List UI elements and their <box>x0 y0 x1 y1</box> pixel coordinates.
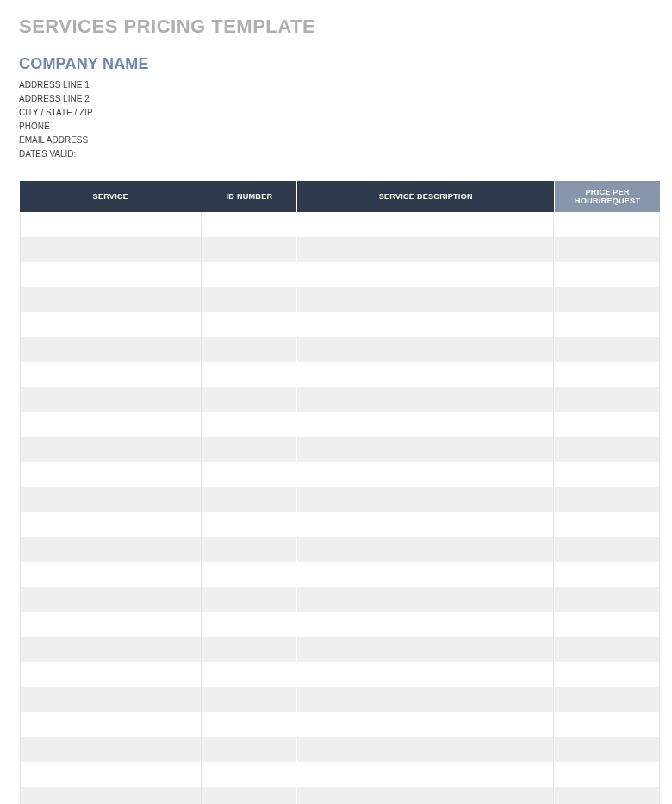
cell-price[interactable] <box>555 437 660 462</box>
cell-price[interactable] <box>555 712 660 737</box>
cell-service[interactable] <box>20 637 202 662</box>
cell-id-number[interactable] <box>202 762 297 787</box>
page-title: SERVICES PRICING TEMPLATE <box>19 16 663 38</box>
cell-description[interactable] <box>297 237 554 262</box>
cell-description[interactable] <box>297 537 554 562</box>
cell-price[interactable] <box>555 387 660 412</box>
cell-id-number[interactable] <box>202 337 297 362</box>
cell-description[interactable] <box>297 587 554 612</box>
cell-service[interactable] <box>20 787 202 804</box>
cell-service[interactable] <box>20 237 202 262</box>
cell-service[interactable] <box>20 412 202 437</box>
cell-price[interactable] <box>555 487 660 512</box>
cell-service[interactable] <box>20 487 202 512</box>
cell-description[interactable] <box>297 712 554 737</box>
cell-description[interactable] <box>297 362 554 387</box>
cell-id-number[interactable] <box>202 587 297 612</box>
cell-description[interactable] <box>297 287 554 312</box>
cell-description[interactable] <box>297 262 554 287</box>
cell-description[interactable] <box>297 612 554 637</box>
cell-id-number[interactable] <box>202 362 297 387</box>
cell-description[interactable] <box>297 662 554 687</box>
cell-id-number[interactable] <box>202 212 297 237</box>
cell-service[interactable] <box>20 662 202 687</box>
cell-price[interactable] <box>555 587 660 612</box>
cell-id-number[interactable] <box>202 662 297 687</box>
cell-id-number[interactable] <box>202 712 297 737</box>
cell-description[interactable] <box>297 337 554 362</box>
cell-description[interactable] <box>297 387 554 412</box>
cell-price[interactable] <box>555 562 660 587</box>
cell-service[interactable] <box>20 687 202 712</box>
cell-service[interactable] <box>20 712 202 737</box>
cell-price[interactable] <box>555 212 660 237</box>
cell-description[interactable] <box>297 512 554 537</box>
cell-id-number[interactable] <box>202 387 297 412</box>
cell-price[interactable] <box>555 762 660 787</box>
cell-service[interactable] <box>20 337 202 362</box>
cell-service[interactable] <box>20 512 202 537</box>
cell-service[interactable] <box>20 762 202 787</box>
cell-id-number[interactable] <box>202 287 297 312</box>
cell-description[interactable] <box>297 687 554 712</box>
cell-service[interactable] <box>20 437 202 462</box>
cell-service[interactable] <box>20 462 202 487</box>
cell-price[interactable] <box>555 337 660 362</box>
cell-id-number[interactable] <box>202 612 297 637</box>
cell-id-number[interactable] <box>202 312 297 337</box>
cell-price[interactable] <box>555 737 660 762</box>
cell-description[interactable] <box>297 737 554 762</box>
cell-service[interactable] <box>20 562 202 587</box>
table-row <box>20 712 660 737</box>
cell-service[interactable] <box>20 587 202 612</box>
table-row <box>20 487 660 512</box>
cell-price[interactable] <box>555 312 660 337</box>
cell-id-number[interactable] <box>202 462 297 487</box>
cell-description[interactable] <box>297 462 554 487</box>
cell-id-number[interactable] <box>202 437 297 462</box>
cell-description[interactable] <box>297 762 554 787</box>
cell-service[interactable] <box>20 212 202 237</box>
cell-service[interactable] <box>20 312 202 337</box>
cell-id-number[interactable] <box>202 787 297 804</box>
cell-service[interactable] <box>20 362 202 387</box>
cell-price[interactable] <box>555 787 660 804</box>
table-row <box>20 287 660 312</box>
cell-price[interactable] <box>555 412 660 437</box>
cell-description[interactable] <box>297 412 554 437</box>
cell-id-number[interactable] <box>202 737 297 762</box>
cell-service[interactable] <box>20 387 202 412</box>
cell-id-number[interactable] <box>202 637 297 662</box>
cell-description[interactable] <box>297 487 554 512</box>
cell-id-number[interactable] <box>202 262 297 287</box>
cell-description[interactable] <box>297 212 554 237</box>
cell-service[interactable] <box>20 612 202 637</box>
cell-service[interactable] <box>20 537 202 562</box>
cell-id-number[interactable] <box>202 412 297 437</box>
cell-description[interactable] <box>297 437 554 462</box>
cell-id-number[interactable] <box>202 237 297 262</box>
cell-price[interactable] <box>555 362 660 387</box>
cell-id-number[interactable] <box>202 487 297 512</box>
cell-description[interactable] <box>297 637 554 662</box>
cell-service[interactable] <box>20 287 202 312</box>
cell-description[interactable] <box>297 562 554 587</box>
cell-description[interactable] <box>297 787 554 804</box>
cell-price[interactable] <box>555 262 660 287</box>
cell-id-number[interactable] <box>202 562 297 587</box>
cell-price[interactable] <box>555 237 660 262</box>
cell-id-number[interactable] <box>202 537 297 562</box>
cell-price[interactable] <box>555 462 660 487</box>
cell-price[interactable] <box>555 512 660 537</box>
cell-price[interactable] <box>555 662 660 687</box>
cell-price[interactable] <box>555 537 660 562</box>
cell-id-number[interactable] <box>202 512 297 537</box>
cell-service[interactable] <box>20 737 202 762</box>
cell-price[interactable] <box>555 287 660 312</box>
cell-service[interactable] <box>20 262 202 287</box>
cell-id-number[interactable] <box>202 687 297 712</box>
cell-description[interactable] <box>297 312 554 337</box>
cell-price[interactable] <box>555 637 660 662</box>
cell-price[interactable] <box>555 687 660 712</box>
cell-price[interactable] <box>555 612 660 637</box>
